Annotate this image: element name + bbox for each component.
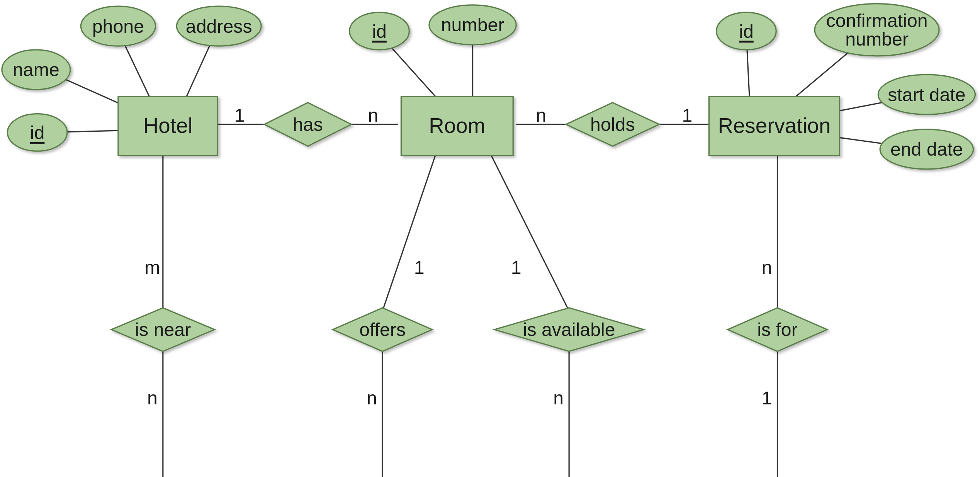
svg-text:has: has	[293, 114, 323, 135]
attr-reservation-confirmation: confirmation number	[815, 4, 939, 56]
card-room-isavail: 1	[511, 257, 521, 278]
card-has-room: n	[368, 105, 379, 126]
svg-text:phone: phone	[92, 16, 144, 37]
attr-room-id: id	[350, 12, 409, 50]
card-isnear-poi: n	[147, 387, 158, 408]
card-offers-amenity: n	[367, 387, 377, 408]
attr-reservation-end: end date	[880, 129, 973, 169]
entity-reservation: Reservation	[709, 97, 839, 156]
svg-text:id: id	[30, 122, 45, 143]
svg-text:number: number	[441, 14, 504, 35]
svg-text:Hotel: Hotel	[143, 114, 193, 137]
relationship-holds: holds	[566, 103, 659, 146]
svg-text:end date: end date	[890, 139, 963, 160]
er-diagram: 1 n n 1 m n 1 n 1 n n 1 has holds is nea…	[0, 0, 980, 477]
svg-text:number: number	[845, 29, 909, 49]
entity-hotel: Hotel	[118, 97, 218, 156]
attr-room-number: number	[429, 5, 516, 45]
svg-text:is near: is near	[135, 319, 191, 340]
attr-hotel-address: address	[177, 6, 261, 46]
relationship-has: has	[264, 103, 351, 146]
svg-text:is for: is for	[757, 319, 798, 340]
relationship-is-near: is near	[111, 308, 214, 351]
card-room-holds: n	[536, 105, 546, 126]
relationship-offers: offers	[333, 308, 432, 351]
svg-text:is available: is available	[523, 319, 615, 340]
svg-text:confirmation: confirmation	[826, 10, 928, 31]
attr-hotel-name: name	[2, 50, 70, 90]
relationship-is-available: is available	[494, 308, 644, 351]
svg-text:address: address	[186, 16, 252, 37]
attr-reservation-start: start date	[878, 75, 975, 114]
attr-reservation-id: id	[717, 12, 776, 50]
svg-line-14	[491, 156, 569, 311]
card-isfor-guest: 1	[762, 387, 772, 408]
svg-text:Reservation: Reservation	[718, 114, 831, 137]
svg-text:id: id	[739, 21, 754, 42]
entity-room: Room	[401, 97, 513, 156]
svg-text:name: name	[13, 59, 59, 80]
svg-text:offers: offers	[359, 319, 406, 340]
svg-text:holds: holds	[590, 114, 635, 135]
attr-hotel-phone: phone	[81, 6, 155, 46]
card-room-offers: 1	[414, 257, 425, 278]
card-hotel-isnear: m	[144, 257, 160, 278]
card-holds-reservation: 1	[682, 105, 693, 126]
svg-text:Room: Room	[429, 114, 485, 137]
relationship-is-for: is for	[728, 308, 827, 351]
card-hotel-has: 1	[234, 105, 245, 126]
card-isavail-avail: n	[553, 387, 564, 408]
attr-hotel-id: id	[7, 114, 67, 151]
svg-line-12	[382, 156, 435, 311]
svg-text:start date: start date	[888, 84, 965, 105]
card-res-isfor: n	[762, 257, 772, 278]
svg-text:id: id	[372, 21, 387, 42]
